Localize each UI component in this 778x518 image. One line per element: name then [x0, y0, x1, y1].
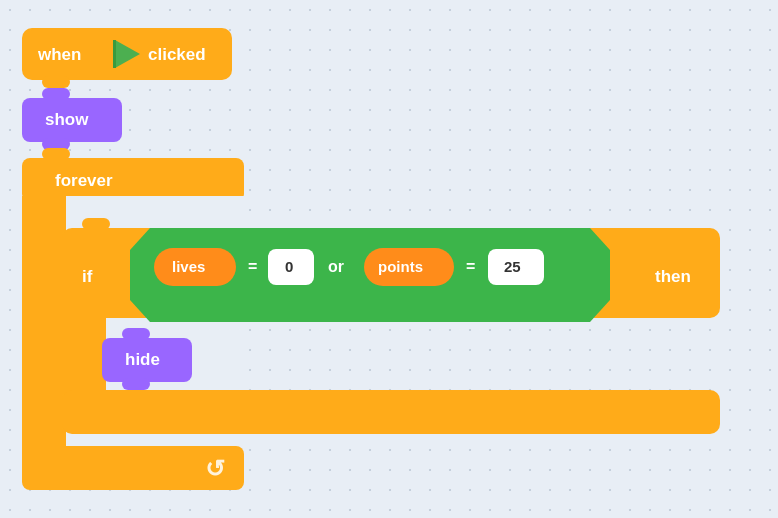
blocks-canvas: when clicked show — [0, 0, 778, 518]
lives-label: lives — [172, 258, 205, 275]
svg-rect-8 — [22, 196, 66, 454]
eq2: = — [466, 258, 475, 275]
if-text: if — [82, 267, 93, 286]
clicked-text: clicked — [148, 45, 206, 64]
show-block[interactable]: show — [22, 88, 122, 150]
svg-rect-2 — [113, 40, 116, 68]
svg-rect-1 — [42, 76, 70, 88]
when-text: when — [37, 45, 81, 64]
points-label: points — [378, 258, 423, 275]
forever-text: forever — [55, 171, 113, 190]
then-text: then — [655, 267, 691, 286]
val2: 25 — [504, 258, 521, 275]
svg-rect-13 — [62, 308, 106, 396]
hide-text: hide — [125, 350, 160, 369]
when-clicked-block[interactable]: when clicked — [22, 28, 232, 88]
svg-rect-21 — [122, 378, 150, 390]
svg-rect-14 — [62, 390, 720, 434]
eq1: = — [248, 258, 257, 275]
show-text: show — [45, 110, 89, 129]
val1: 0 — [285, 258, 293, 275]
scratch-workspace: when clicked show — [0, 0, 778, 518]
or-label: or — [328, 258, 344, 275]
refresh-icon: ↺ — [205, 455, 225, 482]
